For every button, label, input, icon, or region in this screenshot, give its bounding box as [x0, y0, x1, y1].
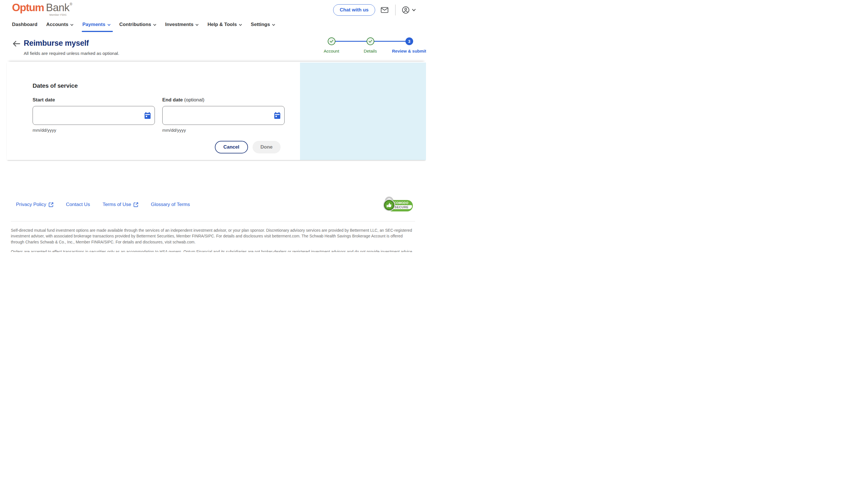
- member-fdic-tagline: Member FDIC: [50, 14, 67, 16]
- thumbs-up-icon: [383, 199, 395, 211]
- registered-mark: ®: [70, 3, 72, 6]
- nav-item-contributions[interactable]: Contributions: [120, 22, 156, 28]
- nav-item-help-tools[interactable]: Help & Tools: [207, 22, 242, 28]
- footer: Privacy Policy Contact Us Terms of Use G…: [0, 197, 426, 252]
- optum-bank-logo[interactable]: Optum Bank ® Member FDIC: [12, 2, 72, 13]
- content-area: Dates of service Start date: [7, 62, 426, 160]
- dates-of-service-card: Dates of service Start date: [7, 62, 300, 160]
- nav-item-investments[interactable]: Investments: [165, 22, 199, 28]
- legal-paragraph: Self-directed mutual fund investment opt…: [11, 228, 416, 245]
- chevron-down-icon: [272, 24, 275, 26]
- chevron-down-icon: [70, 24, 73, 26]
- mail-icon[interactable]: [380, 6, 389, 14]
- back-arrow-icon[interactable]: [13, 40, 20, 48]
- nav-item-payments[interactable]: Payments: [82, 22, 110, 28]
- end-date-format-hint: mm/dd/yyyy: [162, 128, 285, 133]
- logo-bank-text: Bank: [46, 2, 69, 13]
- section-title: Dates of service: [33, 82, 300, 89]
- start-date-input[interactable]: [33, 106, 155, 125]
- done-button[interactable]: Done: [253, 141, 281, 154]
- contact-us-link[interactable]: Contact Us: [66, 202, 90, 208]
- step-account-check-icon: [328, 37, 336, 45]
- top-header: Optum Bank ® Member FDIC Chat with us: [0, 0, 426, 18]
- start-date-format-hint: mm/dd/yyyy: [33, 128, 155, 133]
- start-date-label: Start date: [33, 97, 155, 103]
- chevron-down-icon: [196, 24, 199, 26]
- nav-item-dashboard[interactable]: Dashboard: [12, 22, 37, 28]
- nav-item-accounts[interactable]: Accounts: [46, 22, 73, 28]
- terms-of-use-link[interactable]: Terms of Use: [103, 202, 138, 208]
- logo-optum-text: Optum: [12, 2, 44, 13]
- end-date-label: End date (optional): [162, 97, 285, 103]
- start-date-field-group: Start date mm/dd/yyyy: [33, 97, 155, 133]
- user-avatar-icon: [402, 6, 410, 14]
- external-link-icon: [49, 202, 53, 207]
- chevron-down-icon: [239, 24, 242, 26]
- comodo-secure-badge: COMODO SECURE: [383, 197, 413, 213]
- end-date-input[interactable]: [162, 106, 285, 125]
- end-date-field-group: End date (optional) mm/dd/yyyy: [162, 97, 285, 133]
- glossary-of-terms-link[interactable]: Glossary of Terms: [151, 202, 190, 208]
- privacy-policy-link[interactable]: Privacy Policy: [16, 202, 53, 208]
- step-label-details: Details: [364, 49, 377, 53]
- progress-stepper: 3 Account Details Review & submit: [322, 37, 418, 55]
- chat-with-us-button[interactable]: Chat with us: [333, 4, 375, 16]
- page-header: Reimburse myself All fields are required…: [0, 32, 426, 62]
- chevron-down-icon: [107, 24, 111, 26]
- calendar-icon[interactable]: [274, 112, 280, 119]
- step-review-number: 3: [405, 37, 413, 45]
- chevron-down-icon: [412, 9, 416, 12]
- legal-paragraph: Orders are accepted to effect transactio…: [11, 249, 416, 252]
- header-divider: [395, 4, 396, 15]
- chevron-down-icon: [153, 24, 156, 26]
- step-label-account: Account: [324, 49, 339, 53]
- step-details-check-icon: [366, 37, 374, 45]
- nav-item-settings[interactable]: Settings: [251, 22, 275, 28]
- external-link-icon: [133, 202, 138, 207]
- step-label-review-submit: Review & submit: [392, 49, 426, 53]
- summary-side-panel: [300, 62, 426, 160]
- account-menu[interactable]: [402, 6, 416, 14]
- main-nav: Dashboard Accounts Payments Contribution…: [0, 18, 426, 32]
- cancel-button[interactable]: Cancel: [215, 141, 248, 154]
- calendar-icon[interactable]: [144, 112, 151, 119]
